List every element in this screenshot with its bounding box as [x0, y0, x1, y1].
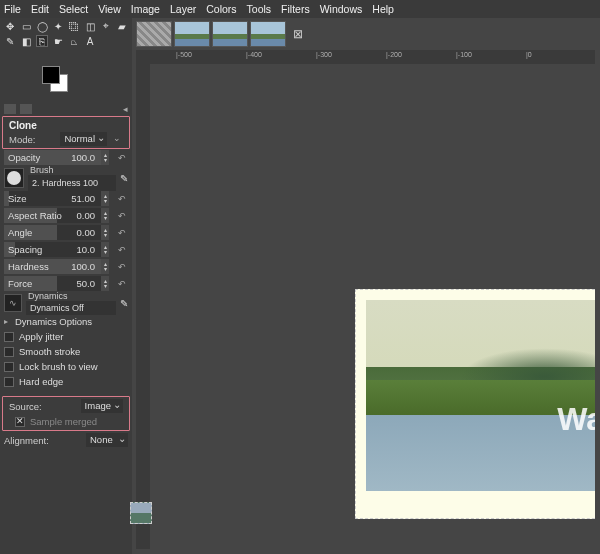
tool-title: Clone: [5, 118, 127, 131]
foreground-color[interactable]: [42, 66, 60, 84]
alignment-dropdown[interactable]: None: [86, 433, 128, 447]
opacity-slider[interactable]: Opacity 100.0 ▴▾: [4, 150, 109, 165]
color-swatches: [0, 64, 132, 102]
mode-menu-icon[interactable]: ⌄: [111, 133, 123, 145]
free-select-tool-icon[interactable]: ◯: [36, 20, 48, 32]
menu-view[interactable]: View: [98, 3, 121, 15]
dock-menu-icon[interactable]: ◂: [123, 104, 128, 114]
hardness-label: Hardness: [4, 261, 49, 272]
sample-merged-label: Sample merged: [30, 416, 97, 427]
smooth-label: Smooth stroke: [19, 346, 80, 357]
fuzzy-select-tool-icon[interactable]: ✦: [52, 20, 64, 32]
smooth-checkbox[interactable]: [4, 347, 14, 357]
eraser-tool-icon[interactable]: ◧: [20, 35, 32, 47]
expand-icon[interactable]: ▸: [4, 317, 8, 326]
dock-tab-options[interactable]: [4, 104, 16, 114]
aspect-label: Aspect Ratio: [4, 210, 62, 221]
menu-filters[interactable]: Filters: [281, 3, 310, 15]
path-tool-icon[interactable]: ⏢: [68, 35, 80, 47]
smudge-tool-icon[interactable]: ☛: [52, 35, 64, 47]
menu-windows[interactable]: Windows: [320, 3, 363, 15]
force-slider[interactable]: Force 50.0 ▴▾: [4, 276, 109, 291]
hardness-value: 100.0: [71, 261, 109, 272]
brush-edit-icon[interactable]: ✎: [120, 173, 128, 184]
highlight-source: Source: Image Sample merged: [2, 396, 130, 431]
menu-help[interactable]: Help: [372, 3, 394, 15]
force-value: 50.0: [77, 278, 110, 289]
rect-select-tool-icon[interactable]: ▭: [20, 20, 32, 32]
clone-tool-icon[interactable]: ⎘: [36, 35, 48, 47]
dynamics-options-label[interactable]: Dynamics Options: [15, 316, 92, 327]
crop-tool-icon[interactable]: ⿻: [68, 20, 80, 32]
dynamics-label: Dynamics: [26, 291, 116, 301]
source-dropdown[interactable]: Image: [81, 399, 123, 413]
dock-tabs: ◂: [0, 102, 132, 116]
hardness-slider[interactable]: Hardness 100.0 ▴▾: [4, 259, 109, 274]
angle-label: Angle: [4, 227, 32, 238]
spacing-label: Spacing: [4, 244, 42, 255]
watermark-text: Wa: [557, 401, 595, 438]
hardness-reset-icon[interactable]: ↶: [116, 262, 128, 272]
aspect-value: 0.00: [77, 210, 110, 221]
mode-label: Mode:: [9, 134, 35, 145]
menu-layer[interactable]: Layer: [170, 3, 196, 15]
hardedge-checkbox[interactable]: [4, 377, 14, 387]
brush-preview[interactable]: [4, 168, 24, 188]
dock-tab-image[interactable]: [130, 502, 152, 524]
opacity-reset-icon[interactable]: ↶: [116, 153, 128, 163]
size-value: 51.00: [71, 193, 109, 204]
brush-name-field[interactable]: 2. Hardness 100: [28, 175, 116, 191]
menu-tools[interactable]: Tools: [247, 3, 272, 15]
jitter-label: Apply jitter: [19, 331, 63, 342]
menu-file[interactable]: File: [4, 3, 21, 15]
transform-tool-icon[interactable]: ◫: [84, 20, 96, 32]
dynamics-field[interactable]: Dynamics Off: [26, 301, 116, 315]
ruler-mark: |-100: [456, 51, 472, 58]
ruler-vertical: [136, 64, 150, 549]
pencil-tool-icon[interactable]: ✎: [4, 35, 16, 47]
spacing-reset-icon[interactable]: ↶: [116, 245, 128, 255]
hardedge-label: Hard edge: [19, 376, 63, 387]
size-slider[interactable]: Size 51.00 ▴▾: [4, 191, 109, 206]
spacing-slider[interactable]: Spacing 10.0 ▴▾: [4, 242, 109, 257]
image-document[interactable]: Wa: [355, 289, 595, 519]
dock-tab-device[interactable]: [20, 104, 32, 114]
brush-label: Brush: [28, 165, 116, 175]
ruler-mark: |-400: [246, 51, 262, 58]
mode-dropdown[interactable]: Normal: [60, 132, 107, 146]
menu-select[interactable]: Select: [59, 3, 88, 15]
dynamics-edit-icon[interactable]: ✎: [120, 298, 128, 309]
size-label: Size: [4, 193, 26, 204]
force-reset-icon[interactable]: ↶: [116, 279, 128, 289]
text-tool-icon[interactable]: A: [84, 35, 96, 47]
bucket-tool-icon[interactable]: ▰: [116, 20, 128, 32]
ruler-mark: |-500: [176, 51, 192, 58]
size-reset-icon[interactable]: ↶: [116, 194, 128, 204]
warp-tool-icon[interactable]: ⌖: [100, 20, 112, 32]
menu-image[interactable]: Image: [131, 3, 160, 15]
image-tab-2[interactable]: [174, 21, 210, 47]
aspect-slider[interactable]: Aspect Ratio 0.00 ▴▾: [4, 208, 109, 223]
image-tab-4[interactable]: [250, 21, 286, 47]
ruler-mark: |0: [526, 51, 532, 58]
image-tab-3[interactable]: [212, 21, 248, 47]
dynamics-icon[interactable]: ∿: [4, 294, 22, 312]
opacity-label: Opacity: [4, 152, 40, 163]
ruler-mark: |-300: [316, 51, 332, 58]
angle-reset-icon[interactable]: ↶: [116, 228, 128, 238]
close-tab-icon[interactable]: ⊠: [288, 21, 308, 47]
menu-edit[interactable]: Edit: [31, 3, 49, 15]
sample-merged-checkbox[interactable]: [15, 417, 25, 427]
menu-colors[interactable]: Colors: [206, 3, 236, 15]
aspect-reset-icon[interactable]: ↶: [116, 211, 128, 221]
sidebar: ✥ ▭ ◯ ✦ ⿻ ◫ ⌖ ▰ ✎ ◧ ⎘ ☛ ⏢ A ◂ Clone Mode…: [0, 18, 132, 554]
canvas[interactable]: Wa: [150, 64, 595, 549]
ruler-horizontal: |-500 |-400 |-300 |-200 |-100 |0: [136, 50, 595, 64]
ruler-mark: |-200: [386, 51, 402, 58]
move-tool-icon[interactable]: ✥: [4, 20, 16, 32]
image-tab-1[interactable]: [136, 21, 172, 47]
highlight-clone: Clone Mode: Normal ⌄: [2, 116, 130, 149]
angle-slider[interactable]: Angle 0.00 ▴▾: [4, 225, 109, 240]
lock-checkbox[interactable]: [4, 362, 14, 372]
jitter-checkbox[interactable]: [4, 332, 14, 342]
